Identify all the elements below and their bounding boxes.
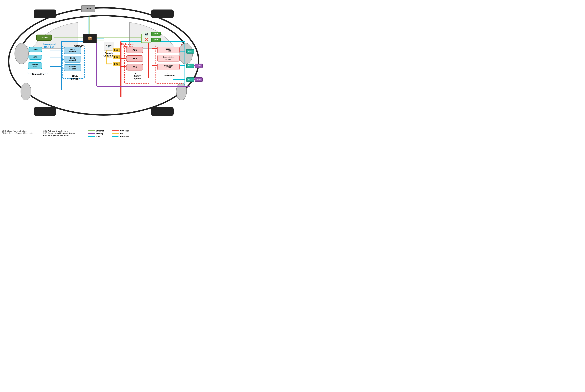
- transmission-control-node: Transmissioncontrol: [157, 55, 180, 62]
- can-high-label: CAN-High: [120, 130, 129, 132]
- ecu-can-3-label: ECU: [188, 78, 192, 80]
- body-control-label: Bodycontrol: [65, 75, 86, 80]
- ecu-lin-3: ECU: [113, 62, 120, 66]
- legend-abbreviations: GPS: Global Position System OBD-II: Seco…: [2, 130, 40, 134]
- obd2-abbr: OBD-II: Second On-board Diagnostic: [2, 132, 40, 134]
- srs-abbr: SRS: Supplemental Restraint System: [43, 132, 85, 134]
- ethernet-label: Ethernet: [96, 130, 104, 132]
- powertrain-label: Powertrain: [157, 74, 182, 77]
- infotainment-label: Infotain-ment: [32, 64, 38, 68]
- infotainment-node: Infotain-ment: [28, 62, 42, 69]
- ethernet-line: [88, 130, 95, 131]
- ecu-can-2: ECU: [186, 64, 194, 68]
- engine-control-node: Enginecontrol: [157, 47, 180, 53]
- ecu-lin-1: ECU: [113, 48, 120, 52]
- ecu-can-1-label: ECU: [188, 50, 192, 52]
- srs-node: SRS: [126, 55, 144, 62]
- domain-controller-node: 🖥️: [104, 42, 114, 50]
- climate-control-node: Climatecontrol: [64, 64, 81, 71]
- gateway-node: 📦: [83, 34, 97, 43]
- legend-row-1: Ethernet CAN-High: [88, 130, 206, 132]
- ecu-lin-2: ECU: [113, 55, 120, 59]
- ecu-flexray-1-label: ECU: [197, 65, 200, 67]
- can-high-line: [112, 130, 119, 131]
- legend-line-types: Ethernet CAN-High FlexRay LIN: [88, 130, 206, 137]
- abs-abbr: ABS: Anti-skid Brake System: [43, 130, 85, 132]
- safety-dots: ...: [134, 72, 136, 74]
- svg-rect-4: [151, 107, 174, 116]
- gps-abbr: GPS: Global Position System: [2, 130, 40, 132]
- oil-supply-control-label: Oil supplycontrol: [164, 65, 172, 69]
- ecu-can-2-label: ECU: [188, 65, 192, 67]
- legend-can-low: CAN-Low: [112, 135, 133, 137]
- ecu-lin-2-label: ECU: [114, 56, 118, 58]
- legend-row-3: CAN CAN-Low: [88, 135, 206, 137]
- light-control-label: Lightcontrol: [69, 57, 76, 61]
- legend-row-2: FlexRay LIN: [88, 132, 206, 134]
- lin-label: LIN: [120, 132, 123, 134]
- legend-ethernet: Ethernet: [88, 130, 109, 132]
- flexray-line: [88, 133, 95, 134]
- svg-rect-3: [34, 107, 56, 116]
- can-label: CAN: [96, 135, 100, 137]
- cellular-label: Cellular: [40, 37, 48, 39]
- powertrain-dots: ...: [167, 71, 169, 74]
- can-low-line: [112, 136, 119, 137]
- door-control-label: Doorcontrol: [69, 48, 76, 52]
- can-low-label: CAN-Low: [120, 135, 129, 137]
- legend-area: GPS: Global Position System OBD-II: Seco…: [2, 130, 206, 137]
- ecu-eth-1-label: ECU: [154, 33, 158, 35]
- ecu-flexray-1: ECU: [195, 64, 203, 68]
- eba-abbr: EBA: Emergency Brake Assist: [43, 134, 85, 136]
- gps-node: GPS: [28, 54, 42, 60]
- engine-control-label: Enginecontrol: [166, 48, 172, 52]
- obd2-node: OBD-II: [81, 5, 95, 12]
- ecu-eth-2-label: ECU: [154, 39, 158, 41]
- svg-rect-2: [151, 10, 174, 18]
- safety-system-label: SafetySystem: [125, 75, 150, 80]
- main-container: OBD-II 📦 Gateway Cellular 🖥️ DomainContr…: [0, 0, 207, 138]
- gps-label: GPS: [33, 56, 37, 58]
- ecu-can-1: ECU: [186, 49, 194, 54]
- ecu-lin-3-label: ECU: [114, 63, 118, 65]
- transmission-control-label: Transmissioncontrol: [163, 56, 174, 60]
- ecu-eth-1: ECU: [151, 32, 161, 36]
- legend-flexray: FlexRay: [88, 132, 109, 134]
- radio-label: Radio: [33, 48, 38, 50]
- ecu-lin-1-label: ECU: [114, 49, 118, 51]
- radio-node: Radio: [28, 47, 42, 52]
- gateway-icon: 📦: [88, 36, 92, 41]
- obd2-label: OBD-II: [85, 8, 91, 10]
- can-line: [88, 136, 95, 137]
- svg-point-7: [21, 83, 31, 100]
- lin-line: [112, 133, 119, 134]
- telematics-label: Telematics: [28, 73, 48, 76]
- svg-point-5: [15, 43, 28, 64]
- legend-can-high: CAN-High: [112, 130, 133, 132]
- telematics-dots: ...: [36, 70, 37, 73]
- eba-node: EBA: [126, 64, 144, 70]
- climate-control-label: Climatecontrol: [69, 66, 76, 70]
- abs-label: ABS: [132, 49, 137, 51]
- flexray-label: FlexRay: [96, 132, 103, 134]
- svg-rect-1: [34, 10, 56, 18]
- abs-node: ABS: [126, 47, 144, 53]
- legend-lin: LIN: [112, 132, 133, 134]
- eba-label: EBA: [132, 66, 137, 68]
- ecu-eth-2: ECU: [151, 38, 161, 42]
- cellular-node: Cellular: [36, 34, 52, 40]
- oil-supply-control-node: Oil supplycontrol: [157, 64, 180, 70]
- legend-can: CAN: [88, 135, 109, 137]
- ecu-flexray-2-label: ECU: [197, 78, 200, 80]
- srs-label: SRS: [133, 57, 137, 60]
- ecu-can-3: ECU: [186, 78, 194, 82]
- camera-area: 📷 ❌: [142, 31, 151, 43]
- light-control-node: Lightcontrol: [64, 56, 81, 62]
- legend-bus-abbreviations: ABS: Anti-skid Brake System SRS: Supplem…: [43, 130, 85, 137]
- body-dots: ...: [72, 72, 74, 75]
- door-control-node: Doorcontrol: [64, 47, 81, 54]
- ecu-flexray-2: ECU: [195, 78, 203, 82]
